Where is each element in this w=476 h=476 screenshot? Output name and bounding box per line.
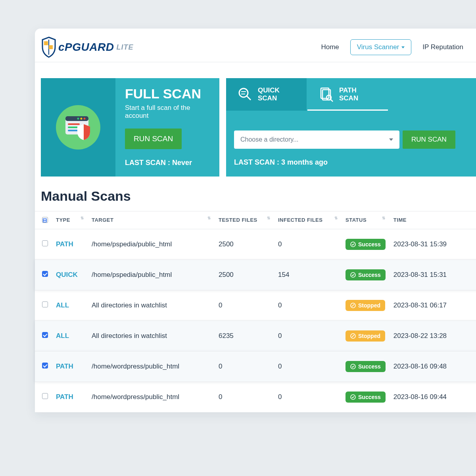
cell-time: 2023-08-31 15:31 [390,259,476,290]
cell-infected: 0 [274,382,342,412]
cell-target: /home/pspedia/public_html [88,259,215,290]
path-scan-body: Choose a directory... RUN SCAN LAST SCAN… [226,111,476,176]
row-checkbox[interactable] [42,332,48,338]
stop-circle-icon [350,303,356,308]
cell-tested: 0 [215,351,274,382]
row-checkbox[interactable] [42,301,48,307]
chevron-down-icon [389,138,393,141]
cell-infected: 154 [274,259,342,290]
svg-line-12 [247,96,251,100]
svg-point-7 [77,118,79,120]
section-title: Manual Scans [35,177,476,211]
cell-infected: 0 [274,351,342,382]
full-scan-title: FULL SCAN [125,86,211,102]
col-type[interactable]: TYPE⇅ [52,211,88,229]
scan-tabs: QUICK SCAN PATH SCAN [226,78,476,111]
col-target[interactable]: TARGET⇅ [88,211,215,229]
full-scan-last: LAST SCAN : Never [125,159,211,167]
cell-infected: 0 [274,321,342,351]
cell-time: 2023-08-16 09:44 [390,382,476,412]
tab-path-label: PATH SCAN [339,86,358,102]
scan-type-link[interactable]: PATH [56,363,73,370]
quick-scan-icon [237,86,253,102]
scan-type-link[interactable]: ALL [56,332,69,340]
scan-type-link[interactable]: PATH [56,240,73,248]
full-scan-illustration [41,78,115,177]
tab-path-scan[interactable]: PATH SCAN [307,78,388,111]
svg-point-6 [81,118,83,120]
cell-target: All directories in watchlist [88,321,215,351]
svg-point-11 [239,88,248,97]
table-row: ALLAll directories in watchlist00Stopped… [35,290,476,321]
table-row: PATH/home/wordpress/public_html00Success… [35,351,476,382]
col-tested[interactable]: TESTED FILES⇅ [215,211,274,229]
check-circle-icon [350,242,356,247]
tab-quick-label: QUICK SCAN [258,86,280,102]
scans-table: ⊟ TYPE⇅ TARGET⇅ TESTED FILES⇅ INFECTED F… [35,211,476,413]
directory-select[interactable]: Choose a directory... [234,131,399,149]
table-row: ALLAll directories in watchlist62350Stop… [35,321,476,351]
logo-text: cPGUARD [58,41,114,54]
cell-target: /home/wordpress/public_html [88,382,215,412]
nav-ip-reputation[interactable]: IP Reputation [422,43,463,51]
svg-rect-8 [68,123,80,125]
scan-type-link[interactable]: PATH [56,393,73,401]
path-scan-last: LAST SCAN : 3 months ago [234,158,476,167]
nav-virus-scanner[interactable]: Virus Scanner [350,39,411,55]
logo-subtext: LITE [116,43,133,52]
check-circle-icon [350,394,356,400]
col-status[interactable]: STATUS⇅ [342,211,390,229]
logo: cPGUARD LITE [41,36,133,58]
stop-circle-icon [350,333,356,339]
status-badge: Stopped [345,330,385,342]
svg-rect-1 [49,45,53,49]
select-all-checkbox[interactable]: ⊟ [42,217,48,223]
cell-tested: 6235 [215,321,274,351]
header: cPGUARD LITE Home Virus Scanner IP Reput… [35,29,476,62]
table-row: PATH/home/wordpress/public_html00Success… [35,382,476,412]
svg-line-24 [352,335,354,337]
status-badge: Success [345,239,386,250]
row-checkbox[interactable] [42,271,48,277]
row-checkbox[interactable] [42,393,48,399]
cell-target: /home/wordpress/public_html [88,351,215,382]
table-row: PATH/home/pspedia/public_html25000Succes… [35,229,476,259]
top-nav: Home Virus Scanner IP Reputation [321,39,463,55]
row-checkbox[interactable] [42,363,48,369]
cell-time: 2023-08-16 09:48 [390,351,476,382]
table-row: QUICK/home/pspedia/public_html2500154Suc… [35,259,476,290]
run-full-scan-button[interactable]: RUN SCAN [125,129,182,149]
cell-tested: 2500 [215,259,274,290]
directory-placeholder: Choose a directory... [240,136,298,143]
cell-infected: 0 [274,229,342,259]
scan-type-link[interactable]: QUICK [56,271,78,278]
cell-time: 2023-08-22 13:28 [390,321,476,351]
svg-point-5 [84,118,86,120]
col-time[interactable]: TIME [390,211,476,229]
tab-quick-scan[interactable]: QUICK SCAN [226,78,307,111]
status-badge: Success [345,269,386,280]
check-circle-icon [350,272,356,278]
scan-panels: FULL SCAN Start a full scan of the accou… [35,62,476,177]
path-scan-panel: QUICK SCAN PATH SCAN Choose a directory.… [226,78,476,177]
cell-target: /home/pspedia/public_html [88,229,215,259]
cell-tested: 2500 [215,229,274,259]
col-infected[interactable]: INFECTED FILES⇅ [274,211,342,229]
run-path-scan-button[interactable]: RUN SCAN [403,131,455,149]
nav-home[interactable]: Home [321,43,339,51]
path-controls: Choose a directory... RUN SCAN [234,131,476,149]
scan-type-link[interactable]: ALL [56,301,69,309]
shield-icon [41,36,57,58]
full-scan-subtitle: Start a full scan of the account [125,104,211,120]
status-badge: Stopped [345,300,385,311]
svg-line-18 [330,99,333,102]
cell-time: 2023-08-31 15:39 [390,229,476,259]
cell-infected: 0 [274,290,342,321]
row-checkbox[interactable] [42,240,48,246]
nav-virus-scanner-label: Virus Scanner [357,43,399,51]
cell-tested: 0 [215,382,274,412]
cell-target: All directories in watchlist [88,290,215,321]
svg-rect-0 [44,41,48,45]
cell-tested: 0 [215,290,274,321]
path-scan-icon [319,86,334,102]
